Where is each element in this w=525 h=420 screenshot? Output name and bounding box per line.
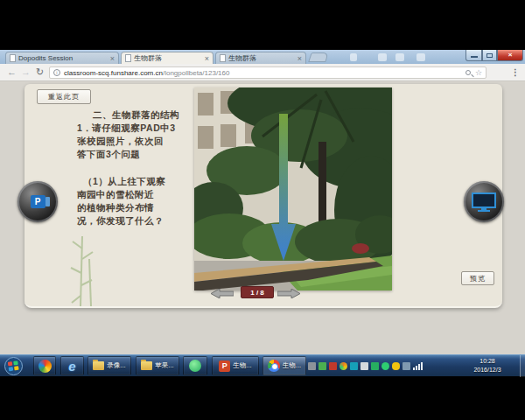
bamboo-decoration bbox=[68, 233, 100, 308]
taskbar-clock[interactable]: 10:28 2016/12/3 bbox=[467, 357, 508, 374]
browser-toolbar: ← → ↻ i classroom-scq.funshare.com.cn/lo… bbox=[0, 64, 525, 81]
network-signal-icon[interactable] bbox=[413, 362, 423, 370]
return-to-page-button[interactable]: 重返此页 bbox=[37, 89, 91, 104]
tray-green-round-icon[interactable] bbox=[382, 362, 389, 370]
show-desktop-button[interactable] bbox=[520, 355, 525, 377]
taskbar-internet-explorer-button[interactable]: e bbox=[60, 356, 84, 375]
page-favicon-icon bbox=[10, 54, 16, 62]
slide-text-line: 况，你发现了什么？ bbox=[77, 214, 200, 228]
powerpoint-icon: P bbox=[219, 360, 230, 372]
tab-label: 生物群落 bbox=[228, 53, 295, 63]
page-favicon-icon bbox=[125, 54, 131, 62]
browser-window: Dopodits Session × 生物群落 × 生物群落 × × ← → ↻… bbox=[0, 50, 525, 354]
slide-text-line: 1．请仔细观察PAD中3 bbox=[77, 122, 195, 135]
new-tab-button[interactable] bbox=[308, 52, 329, 62]
campus-photo[interactable] bbox=[194, 88, 392, 290]
slides-panel-orb-button[interactable]: P bbox=[18, 181, 58, 222]
tab-biology-community-2[interactable]: 生物群落 × bbox=[215, 52, 306, 64]
preview-button[interactable]: 预览 bbox=[461, 271, 494, 285]
slide-text-line: 的植物种类分布情 bbox=[77, 201, 200, 214]
tab-label: 生物群落 bbox=[134, 53, 202, 63]
tray-gray-app-icon[interactable] bbox=[360, 362, 368, 370]
url-domain: classroom-scq.funshare.com.cn bbox=[64, 69, 163, 77]
minimize-button[interactable] bbox=[466, 50, 482, 61]
close-button[interactable]: × bbox=[497, 50, 523, 61]
browser-titlebar: Dopodits Session × 生物群落 × 生物群落 × × bbox=[0, 50, 525, 64]
slide-question-text: （1）从上往下观察 南园中的雪松附近 的植物种类分布情 况，你发现了什么？ bbox=[77, 175, 200, 228]
tab-label: Dopodits Session bbox=[18, 54, 108, 62]
search-icon[interactable] bbox=[466, 70, 471, 75]
taskbar-powerpoint-button[interactable]: P 生物... bbox=[212, 356, 259, 375]
url-text: classroom-scq.funshare.com.cn/longpollbe… bbox=[64, 69, 229, 77]
photo-counter-badge: 1 / 8 bbox=[241, 286, 274, 298]
window-controls: × bbox=[466, 50, 523, 61]
titlebar-ghost-icon bbox=[350, 53, 357, 61]
bookmark-star-icon[interactable]: ☆ bbox=[475, 69, 482, 77]
url-path: /longpollbeta/123/160 bbox=[163, 69, 230, 77]
tray-shield-icon[interactable] bbox=[371, 362, 379, 370]
chrome-icon bbox=[268, 360, 280, 372]
folder-icon bbox=[141, 361, 152, 370]
slide-text-line: 二、生物群落的结构 bbox=[77, 108, 195, 122]
reload-icon[interactable]: ↻ bbox=[36, 66, 44, 78]
slide-text-line: 南园中的雪松附近 bbox=[77, 188, 200, 201]
clock-time: 10:28 bbox=[467, 357, 508, 366]
taskbar: e 录像... 苹果... P 生物... 生物... 10:28 2016/1… bbox=[0, 354, 525, 376]
monitor-icon bbox=[471, 192, 497, 213]
slide-text-line: 张校园照片，依次回 bbox=[77, 135, 195, 148]
titlebar-ghost-icon bbox=[396, 53, 404, 61]
tray-red-app-icon[interactable] bbox=[329, 362, 337, 370]
taskbar-sync-app-button[interactable] bbox=[183, 356, 207, 375]
previous-photo-arrow[interactable] bbox=[211, 289, 234, 298]
titlebar-ghost-icon bbox=[416, 53, 425, 61]
next-photo-arrow[interactable] bbox=[277, 289, 300, 298]
page-content: 重返此页 二、生物群落的结构 1．请仔细观察PAD中3 张校园照片，依次回 答下… bbox=[0, 82, 525, 354]
clock-date: 2016/12/3 bbox=[467, 366, 508, 374]
tray-color-app-icon[interactable] bbox=[340, 362, 347, 370]
tab-close-icon[interactable]: × bbox=[205, 55, 209, 62]
start-button[interactable] bbox=[4, 357, 23, 375]
tray-blue-app-icon[interactable] bbox=[402, 362, 410, 370]
folder-icon bbox=[93, 361, 104, 370]
taskbar-folder-recordings-button[interactable]: 录像... bbox=[88, 356, 131, 375]
forward-icon[interactable]: → bbox=[21, 66, 31, 77]
slide-text-line: （1）从上往下观察 bbox=[77, 175, 200, 188]
tab-close-icon[interactable]: × bbox=[110, 55, 115, 62]
internet-explorer-icon: e bbox=[68, 359, 75, 374]
taskbar-folder-apple-button[interactable]: 苹果... bbox=[136, 356, 179, 375]
tab-close-icon[interactable]: × bbox=[298, 55, 302, 62]
sync-app-icon bbox=[189, 360, 201, 372]
tab-dopodits-session[interactable]: Dopodits Session × bbox=[5, 52, 119, 64]
browser-swirl-icon bbox=[38, 360, 52, 373]
page-favicon-icon bbox=[220, 54, 226, 62]
maximize-button[interactable] bbox=[482, 50, 497, 61]
taskbar-browser-app-button[interactable] bbox=[33, 356, 56, 375]
chrome-menu-icon[interactable]: ⋮ bbox=[511, 67, 520, 77]
taskbar-chrome-button-active[interactable]: 生物... bbox=[262, 356, 306, 375]
address-bar[interactable]: i classroom-scq.funshare.com.cn/longpoll… bbox=[49, 66, 486, 79]
campus-photo-graphic bbox=[194, 88, 392, 290]
tab-biology-community-active[interactable]: 生物群落 × bbox=[121, 52, 214, 64]
slide-text-line: 答下面3个问题 bbox=[77, 148, 195, 161]
tray-battery-icon[interactable] bbox=[318, 362, 326, 370]
page-info-icon[interactable]: i bbox=[53, 69, 60, 76]
titlebar-ghost-icon bbox=[378, 53, 387, 61]
system-tray bbox=[308, 356, 423, 375]
slide-heading-text: 二、生物群落的结构 1．请仔细观察PAD中3 张校园照片，依次回 答下面3个问题 bbox=[77, 108, 195, 161]
tray-yellow-app-icon[interactable] bbox=[392, 362, 400, 370]
ppt-icon: P bbox=[31, 195, 46, 208]
screen-panel-orb-button[interactable] bbox=[464, 181, 504, 222]
back-icon[interactable]: ← bbox=[7, 66, 17, 77]
tray-teal-app-icon[interactable] bbox=[350, 362, 358, 370]
tray-hidden-icons-icon[interactable] bbox=[308, 362, 316, 370]
